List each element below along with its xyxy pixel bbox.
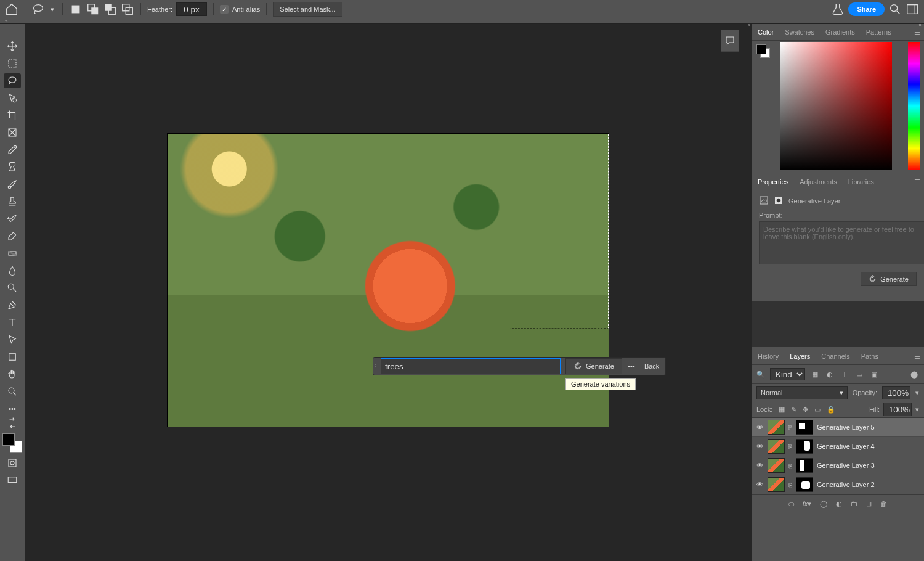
blur-tool[interactable] bbox=[4, 263, 21, 278]
swap-colors-icon[interactable] bbox=[4, 419, 21, 427]
lasso-tool[interactable] bbox=[4, 73, 21, 88]
hue-slider[interactable] bbox=[908, 42, 920, 170]
shape-tool[interactable] bbox=[4, 350, 21, 364]
tab-patterns[interactable]: Patterns bbox=[866, 28, 891, 36]
filter-type-icon[interactable]: T bbox=[840, 371, 849, 378]
marquee-tool[interactable] bbox=[4, 56, 21, 71]
layer-row[interactable]: 👁 ⎘ Generative Layer 2 bbox=[752, 475, 924, 494]
select-and-mask-button[interactable]: Select and Mask... bbox=[273, 2, 342, 17]
lock-artboard-icon[interactable]: ▭ bbox=[814, 406, 821, 414]
layer-row[interactable]: 👁 ⎘ Generative Layer 4 bbox=[752, 437, 924, 456]
brush-tool[interactable] bbox=[4, 177, 21, 192]
back-button[interactable]: Back bbox=[638, 362, 665, 370]
move-tool[interactable] bbox=[4, 39, 21, 54]
healing-tool[interactable] bbox=[4, 160, 21, 174]
new-selection-icon[interactable] bbox=[69, 2, 83, 16]
tab-history[interactable]: History bbox=[758, 353, 779, 360]
antialias-checkbox[interactable]: ✓ bbox=[220, 5, 229, 14]
link-icon[interactable]: ⎘ bbox=[788, 424, 792, 431]
delete-icon[interactable]: 🗑 bbox=[880, 500, 887, 507]
tab-color[interactable]: Color bbox=[758, 28, 774, 36]
prompt-textarea[interactable] bbox=[759, 221, 924, 264]
dodge-tool[interactable] bbox=[4, 280, 21, 295]
lock-paint-icon[interactable]: ✎ bbox=[791, 406, 796, 414]
drag-handle-icon[interactable]: ⋮ bbox=[373, 363, 378, 370]
type-tool[interactable] bbox=[4, 315, 21, 330]
tab-gradients[interactable]: Gradients bbox=[825, 28, 855, 36]
canvas[interactable]: ⋮ Generate ••• Back Generate variations bbox=[25, 24, 752, 561]
lock-all-icon[interactable]: 🔒 bbox=[827, 406, 835, 414]
link-icon[interactable]: ⎘ bbox=[788, 443, 792, 450]
filter-adjust-icon[interactable]: ◐ bbox=[825, 371, 835, 379]
opacity-input[interactable] bbox=[882, 386, 910, 399]
tab-layers[interactable]: Layers bbox=[790, 353, 810, 360]
share-button[interactable]: Share bbox=[848, 2, 885, 16]
filter-toggle-icon[interactable]: ⬤ bbox=[909, 371, 919, 379]
add-selection-icon[interactable] bbox=[86, 2, 100, 16]
mask-thumbnail[interactable] bbox=[796, 477, 813, 492]
layer-thumbnail[interactable] bbox=[768, 439, 785, 454]
panel-menu-icon[interactable]: ☰ bbox=[914, 178, 920, 186]
more-tools-icon[interactable]: ••• bbox=[4, 401, 21, 416]
visibility-icon[interactable]: 👁 bbox=[755, 443, 764, 450]
visibility-icon[interactable]: 👁 bbox=[755, 462, 764, 469]
color-swatches[interactable] bbox=[2, 433, 22, 453]
panel-menu-icon[interactable]: ☰ bbox=[914, 353, 920, 361]
link-icon[interactable]: ⎘ bbox=[788, 462, 792, 469]
group-icon[interactable]: 🗀 bbox=[851, 500, 857, 507]
comments-icon[interactable] bbox=[721, 30, 739, 52]
zoom-tool[interactable] bbox=[4, 384, 21, 399]
beaker-icon[interactable] bbox=[831, 2, 845, 16]
link-icon[interactable]: ⎘ bbox=[788, 481, 792, 488]
layer-thumbnail[interactable] bbox=[768, 420, 785, 435]
more-options-icon[interactable]: ••• bbox=[625, 362, 638, 370]
search-icon[interactable] bbox=[888, 2, 902, 16]
tab-libraries[interactable]: Libraries bbox=[848, 178, 874, 186]
gradient-tool[interactable] bbox=[4, 246, 21, 261]
filter-smart-icon[interactable]: ▣ bbox=[869, 371, 879, 379]
tab-properties[interactable]: Properties bbox=[758, 178, 788, 186]
adjustment-icon[interactable]: ◐ bbox=[836, 500, 842, 508]
quick-select-tool[interactable] bbox=[4, 91, 21, 105]
layer-row[interactable]: 👁 ⎘ Generative Layer 3 bbox=[752, 456, 924, 475]
filter-pixel-icon[interactable]: ▦ bbox=[810, 371, 820, 379]
panel-menu-icon[interactable]: ☰ bbox=[914, 28, 920, 36]
generate-button[interactable]: Generate bbox=[565, 358, 622, 374]
filter-shape-icon[interactable]: ▭ bbox=[854, 371, 864, 379]
visibility-icon[interactable]: 👁 bbox=[755, 481, 764, 488]
lock-transparent-icon[interactable]: ▦ bbox=[779, 406, 785, 414]
properties-generate-button[interactable]: Generate bbox=[861, 272, 917, 286]
filter-kind-select[interactable]: Kind bbox=[770, 368, 805, 380]
subtract-selection-icon[interactable] bbox=[103, 2, 117, 16]
tab-swatches[interactable]: Swatches bbox=[785, 28, 814, 36]
layer-thumbnail[interactable] bbox=[768, 477, 785, 492]
visibility-icon[interactable]: 👁 bbox=[755, 424, 764, 431]
tab-paths[interactable]: Paths bbox=[861, 353, 878, 360]
workspace-icon[interactable] bbox=[906, 2, 919, 16]
frame-tool[interactable] bbox=[4, 125, 21, 140]
home-icon[interactable] bbox=[5, 2, 18, 16]
eyedropper-tool[interactable] bbox=[4, 142, 21, 157]
layer-thumbnail[interactable] bbox=[768, 458, 785, 473]
history-brush-tool[interactable] bbox=[4, 211, 21, 226]
collapse-icon[interactable]: » bbox=[919, 22, 922, 28]
fx-icon[interactable]: fx▾ bbox=[803, 500, 812, 508]
filter-search-icon[interactable]: 🔍 bbox=[756, 371, 765, 379]
stamp-tool[interactable] bbox=[4, 194, 21, 209]
mask-thumbnail[interactable] bbox=[796, 439, 813, 454]
mask-thumbnail[interactable] bbox=[796, 458, 813, 473]
hand-tool[interactable] bbox=[4, 367, 21, 382]
crop-tool[interactable] bbox=[4, 108, 21, 123]
lock-position-icon[interactable]: ✥ bbox=[803, 406, 808, 414]
chevron-down-icon[interactable]: ▾ bbox=[49, 2, 56, 16]
tab-adjustments[interactable]: Adjustments bbox=[800, 178, 837, 186]
pen-tool[interactable] bbox=[4, 298, 21, 313]
eraser-tool[interactable] bbox=[4, 229, 21, 244]
screen-mode-icon[interactable] bbox=[4, 473, 21, 488]
intersect-selection-icon[interactable] bbox=[121, 2, 134, 16]
tab-channels[interactable]: Channels bbox=[821, 353, 849, 360]
layer-row[interactable]: 👁 ⎘ Generative Layer 5 bbox=[752, 418, 924, 437]
mask-thumbnail[interactable] bbox=[796, 420, 813, 435]
color-mini-swatches[interactable] bbox=[756, 44, 770, 58]
blend-mode-select[interactable]: Normal▾ bbox=[756, 386, 848, 399]
